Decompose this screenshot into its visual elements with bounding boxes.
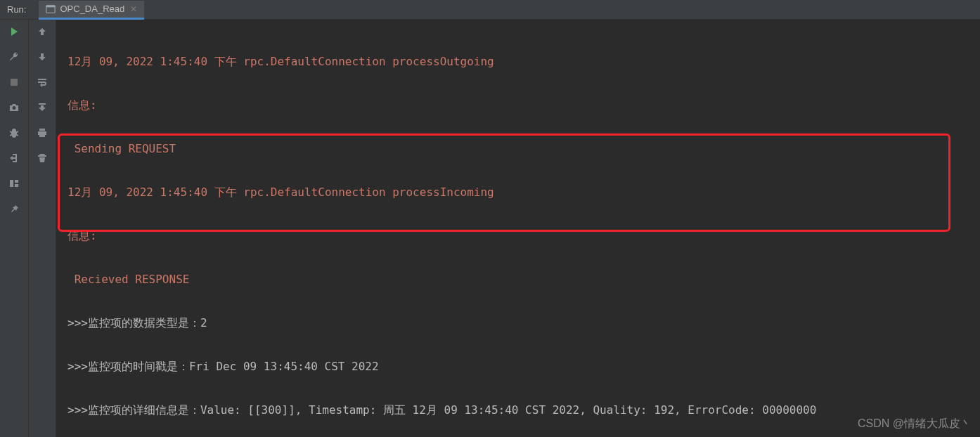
exit-icon[interactable] xyxy=(8,152,20,164)
print-icon[interactable] xyxy=(36,126,49,139)
console-actions-column xyxy=(28,20,56,437)
wrench-icon[interactable] xyxy=(8,51,20,63)
run-config-icon xyxy=(46,4,56,14)
stop-icon[interactable] xyxy=(8,76,20,89)
close-icon[interactable]: ✕ xyxy=(130,4,137,14)
layout-icon[interactable] xyxy=(8,177,20,190)
console-line: Recieved RESPONSE xyxy=(67,268,969,290)
console-line: Sending REQUEST xyxy=(67,138,969,159)
csdn-watermark: CSDN @情绪大瓜皮丶 xyxy=(858,417,972,431)
run-toolwindow-body: 12月 09, 2022 1:45:40 下午 rpc.DefaultConne… xyxy=(0,20,980,437)
console-line: 信息: xyxy=(67,225,969,247)
rerun-icon[interactable] xyxy=(8,25,20,38)
console-line: 信息: xyxy=(67,94,969,116)
down-icon[interactable] xyxy=(36,51,49,63)
run-tab-opc-da-read[interactable]: OPC_DA_Read ✕ xyxy=(39,1,144,20)
left-gutter xyxy=(0,20,28,437)
run-toolwindow-header: Run: OPC_DA_Read ✕ xyxy=(0,0,980,20)
run-label: Run: xyxy=(7,4,26,15)
console-line: >>>监控项的数据类型是：2 xyxy=(67,312,969,334)
pin-icon[interactable] xyxy=(8,202,20,215)
scroll-end-icon[interactable] xyxy=(36,101,49,114)
console-output[interactable]: 12月 09, 2022 1:45:40 下午 rpc.DefaultConne… xyxy=(56,20,980,437)
bug-icon[interactable] xyxy=(8,126,20,139)
console-line: >>>监控项的时间戳是：Fri Dec 09 13:45:40 CST 2022 xyxy=(67,356,969,377)
console-line: >>>监控项的详细信息是：Value: [[300]], Timestamp: … xyxy=(67,399,969,421)
console-line: 12月 09, 2022 1:45:40 下午 rpc.DefaultConne… xyxy=(67,51,969,72)
trash-icon[interactable] xyxy=(36,152,49,164)
run-tab-label: OPC_DA_Read xyxy=(60,4,124,14)
console-line: 12月 09, 2022 1:45:40 下午 rpc.DefaultConne… xyxy=(67,181,969,203)
up-icon[interactable] xyxy=(36,25,49,38)
softwrap-icon[interactable] xyxy=(36,76,49,89)
camera-icon[interactable] xyxy=(8,101,20,114)
